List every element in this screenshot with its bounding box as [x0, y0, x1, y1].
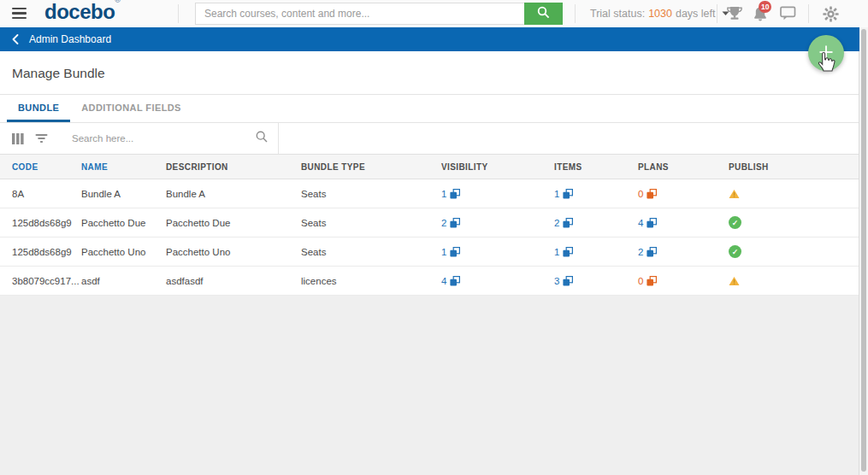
cell-description: Pacchetto Due [166, 218, 301, 228]
table-row: 8ABundle ABundle ASeats110✓ [0, 179, 859, 208]
plans-count[interactable]: 0 [638, 276, 657, 286]
top-bar: docebo® Trial status: 1030 days left 10 [0, 0, 868, 27]
visibility-count[interactable]: 4 [441, 276, 460, 286]
visibility-count[interactable]: 1 [441, 189, 460, 199]
table-header: CODE NAME DESCRIPTION BUNDLE TYPE VISIBI… [0, 154, 859, 179]
column-header-name[interactable]: NAME [81, 162, 166, 172]
trial-status-label: Trial status: [590, 8, 645, 20]
trophy-icon[interactable] [726, 6, 743, 25]
items-count[interactable]: 1 [554, 247, 573, 257]
trial-days-left: 1030 [648, 8, 672, 20]
items-count[interactable]: 2 [554, 218, 573, 228]
docebo-logo[interactable]: docebo® [44, 0, 120, 24]
hamburger-menu-icon[interactable] [12, 8, 27, 19]
app-window: docebo® Trial status: 1030 days left 10 [0, 0, 868, 475]
copy-pages-icon [563, 247, 573, 257]
table-search [60, 123, 279, 154]
column-header-items: ITEMS [554, 162, 638, 172]
back-button[interactable] [12, 34, 19, 44]
breadcrumb-bar: Admin Dashboard [0, 27, 859, 51]
cell-code: 3b8079cc917... [12, 276, 81, 286]
cell-code: 125d8ds68g9 [12, 247, 81, 257]
copy-pages-icon [647, 218, 657, 228]
search-icon [537, 6, 550, 21]
global-search-input[interactable] [195, 3, 524, 25]
cell-code: 125d8ds68g9 [12, 218, 81, 228]
copy-pages-icon [450, 247, 460, 257]
cell-name: Pacchetto Due [81, 218, 166, 228]
plans-count[interactable]: 2 [638, 247, 657, 257]
copy-pages-icon [450, 276, 460, 286]
plans-count[interactable]: 0 [638, 189, 657, 199]
breadcrumb[interactable]: Admin Dashboard [29, 33, 111, 45]
main-panel: Admin Dashboard Manage Bundle BUNDLE ADD… [0, 27, 859, 475]
cell-name: asdf [81, 276, 166, 286]
divider [808, 4, 809, 23]
plus-icon [818, 44, 834, 62]
cell-bundle-type: Seats [301, 189, 441, 199]
copy-pages-icon [563, 218, 573, 228]
chat-icon[interactable] [780, 6, 796, 24]
notification-badge: 10 [759, 1, 771, 13]
warning-triangle-icon [729, 189, 740, 199]
table-search-input[interactable] [72, 133, 256, 144]
items-count[interactable]: 3 [554, 276, 573, 286]
table-toolbar [0, 123, 859, 154]
registered-mark: ® [115, 0, 120, 4]
cell-name: Pacchetto Uno [81, 247, 166, 257]
cell-bundle-type: Seats [301, 218, 441, 228]
copy-pages-icon [647, 189, 657, 199]
trial-status-dropdown[interactable]: Trial status: 1030 days left [590, 0, 729, 27]
global-search-button[interactable] [524, 3, 563, 25]
warning-triangle-icon [729, 276, 740, 286]
divider [717, 4, 717, 23]
copy-pages-icon [647, 247, 657, 257]
cell-description: Pacchetto Uno [166, 247, 301, 257]
trial-status-suffix: days left [676, 8, 716, 20]
divider [575, 4, 576, 23]
add-bundle-button[interactable] [808, 35, 844, 71]
column-header-publish: PUBLISH [729, 162, 859, 172]
check-circle-icon: ✓ [729, 245, 741, 258]
global-search [195, 3, 563, 25]
table-row: 125d8ds68g9Pacchetto DuePacchetto DueSea… [0, 208, 859, 238]
copy-pages-icon [647, 276, 657, 286]
cell-name: Bundle A [81, 189, 166, 199]
gear-icon[interactable] [823, 6, 839, 26]
copy-pages-icon [563, 189, 573, 199]
table-row: 125d8ds68g9Pacchetto UnoPacchetto UnoSea… [0, 238, 859, 267]
copy-pages-icon [450, 189, 460, 199]
publish-status-icon[interactable]: ✓ [729, 276, 859, 286]
check-circle-icon: ✓ [729, 216, 741, 229]
page-title: Manage Bundle [12, 66, 859, 81]
scrollbar-thumb[interactable] [861, 29, 866, 472]
cell-bundle-type: Seats [301, 247, 441, 257]
vertical-scrollbar [859, 27, 868, 475]
publish-status-icon[interactable]: ✓ [729, 216, 859, 229]
column-header-visibility: VISIBILITY [441, 162, 554, 172]
column-header-description: DESCRIPTION [166, 162, 301, 172]
publish-status-icon[interactable]: ✓ [729, 245, 859, 258]
search-icon [256, 131, 268, 146]
title-section: Manage Bundle [0, 51, 859, 94]
columns-icon[interactable] [12, 133, 24, 144]
visibility-count[interactable]: 1 [441, 247, 460, 257]
table-row: 3b8079cc917...asdfasdfasdflicences430✓ [0, 267, 859, 296]
column-header-plans: PLANS [638, 162, 729, 172]
publish-status-icon[interactable]: ✓ [729, 189, 859, 199]
tab-bar: BUNDLE ADDITIONAL FIELDS [0, 94, 859, 123]
column-header-code[interactable]: CODE [12, 162, 81, 172]
divider [178, 4, 179, 23]
copy-pages-icon [563, 276, 573, 286]
chevron-left-icon [12, 34, 19, 44]
tab-bundle[interactable]: BUNDLE [7, 95, 70, 122]
cell-description: asdfasdf [166, 276, 301, 286]
column-header-bundle-type: BUNDLE TYPE [301, 162, 441, 172]
tab-additional-fields[interactable]: ADDITIONAL FIELDS [70, 95, 192, 122]
items-count[interactable]: 1 [554, 189, 573, 199]
filter-icon[interactable] [35, 133, 48, 144]
visibility-count[interactable]: 2 [441, 218, 460, 228]
page-body: Admin Dashboard Manage Bundle BUNDLE ADD… [0, 27, 868, 475]
plans-count[interactable]: 4 [638, 218, 657, 228]
copy-pages-icon [450, 218, 460, 228]
